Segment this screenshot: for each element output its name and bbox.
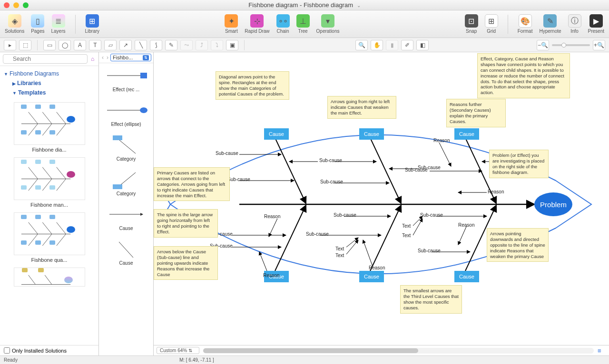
svg-line-35	[275, 138, 306, 203]
format-button[interactable]: 🎨Format	[518, 14, 533, 34]
solutions-button[interactable]: ◈Solutions	[5, 14, 24, 34]
zoom-slider[interactable]	[552, 44, 590, 46]
subcause-label: Sub-cause	[418, 248, 441, 253]
status-bar: Ready M: [ 6.49, -7.11 ]	[0, 355, 609, 364]
solutions-tree: ▼Fishbone Diagrams ▶Libraries ▼Templates	[0, 66, 98, 100]
svg-line-53	[259, 252, 268, 273]
eraser-tool[interactable]: ◧	[416, 40, 429, 50]
tree-libraries[interactable]: ▶Libraries	[4, 78, 95, 88]
cause-box[interactable]: Cause	[454, 271, 479, 282]
shape-item[interactable]: Effect (rec ...	[101, 66, 151, 92]
pages-button[interactable]: ▯Pages	[31, 14, 44, 34]
note: The spine is the large arrow going horiz…	[154, 209, 218, 238]
ellipse-tool[interactable]: ◯	[59, 40, 71, 50]
shapes-back-button[interactable]: ‹	[101, 54, 105, 61]
paint-tool[interactable]: ▮	[386, 40, 398, 50]
rapid-draw-icon: ⊹	[250, 14, 264, 28]
info-button[interactable]: ⓘInfo	[568, 14, 581, 34]
zoom-window-button[interactable]	[23, 2, 29, 8]
line-tool[interactable]: ╲	[135, 40, 147, 50]
cause-box[interactable]: Cause	[359, 128, 384, 140]
cause-box[interactable]: Cause	[454, 128, 479, 140]
chain-button[interactable]: ∘∘Chain	[276, 14, 290, 34]
smart-button[interactable]: ✦Smart	[225, 14, 238, 34]
shape-item[interactable]: Category	[101, 170, 151, 196]
marquee-tool[interactable]: ⬚	[19, 40, 31, 50]
canvas-footer: Custom 64% ⇅ ⊞	[154, 345, 609, 355]
svg-line-36	[370, 138, 401, 203]
connector1-tool[interactable]: ⤳	[180, 40, 193, 50]
template-thumbnails: Fishbone dia... Fishbone man...	[0, 100, 98, 345]
reason-label: Reason	[458, 222, 474, 228]
tree-button[interactable]: ⊥Tree	[296, 14, 310, 34]
connector2-tool[interactable]: ⤴	[196, 40, 208, 50]
snap-button[interactable]: ⊡Snap	[465, 14, 478, 34]
magnify-tool[interactable]: 🔍	[355, 40, 368, 50]
triangle-down-icon: ▼	[4, 72, 8, 77]
reason-label: Reason	[488, 189, 504, 194]
zoom-select[interactable]: Custom 64% ⇅	[157, 347, 199, 354]
tree-fishbone-diagrams[interactable]: ▼Fishbone Diagrams	[4, 69, 95, 78]
close-window-button[interactable]	[4, 2, 10, 8]
stamp-tool[interactable]: ▣	[226, 40, 238, 50]
window-controls	[4, 2, 29, 8]
shape-item[interactable]: Category	[101, 135, 151, 162]
callout-tool[interactable]: ▱	[104, 40, 117, 50]
home-icon[interactable]: ⌂	[89, 56, 96, 62]
connector3-tool[interactable]: ⤵	[211, 40, 223, 50]
template-thumb[interactable]: Fishbone dia...	[4, 102, 95, 153]
pointer-tool[interactable]: ▸	[4, 40, 16, 50]
textbox-tool[interactable]: T	[89, 40, 101, 50]
window-title[interactable]: Fishbone diagram - Fishbone diagram ⌄	[29, 1, 580, 9]
shapes-panel: ‹ › Fishbo...⇅ Effect (rec ... Effect (e…	[99, 52, 154, 355]
library-button[interactable]: ⊞Library	[85, 14, 100, 34]
main-toolbar: ◈Solutions ▯Pages ≣Layers ⊞Library ✦Smar…	[0, 10, 609, 38]
layers-button[interactable]: ≣Layers	[51, 14, 66, 34]
grid-button[interactable]: ⊞Grid	[485, 14, 498, 34]
svg-line-22	[28, 275, 35, 285]
hand-tool[interactable]: ✋	[371, 40, 383, 50]
template-thumb[interactable]	[4, 268, 95, 287]
shape-item[interactable]: Cause	[101, 239, 151, 266]
arrow-tool[interactable]: ↗	[119, 40, 132, 50]
status-mouse-coords: M: [ 6.49, -7.11 ]	[179, 357, 214, 363]
page-nav-icon[interactable]: ⊞	[598, 348, 606, 353]
canvas[interactable]: Problem Cause Cause Cause Cause Cause Ca…	[154, 52, 609, 345]
chevron-down-icon: ⌄	[357, 3, 361, 8]
operations-button[interactable]: ▾Operations	[316, 14, 340, 34]
rapid-draw-button[interactable]: ⊹Rapid Draw	[245, 14, 269, 34]
eyedropper-tool[interactable]: ✐	[401, 40, 413, 50]
template-thumb[interactable]: Fishbone man...	[4, 157, 95, 208]
svg-line-15	[28, 222, 38, 234]
canvas-area: Problem Cause Cause Cause Cause Cause Ca…	[154, 52, 609, 355]
shape-item[interactable]: Cause	[101, 205, 151, 231]
cause-box[interactable]: Cause	[264, 128, 289, 140]
note: Primary Causes are listed on arrows that…	[154, 167, 230, 201]
search-input[interactable]	[3, 54, 88, 64]
zoom-out-button[interactable]: −🔍	[537, 40, 549, 50]
solutions-panel: 🔍 ⌂ ▼Fishbone Diagrams ▶Libraries ▼Templ…	[0, 52, 99, 355]
text-tool[interactable]: A	[74, 40, 86, 50]
horizontal-scrollbar[interactable]	[203, 348, 594, 354]
curve-tool[interactable]: ⟆	[150, 40, 162, 50]
svg-line-8	[28, 167, 38, 179]
pen-tool[interactable]: ✎	[165, 40, 177, 50]
shapes-library-select[interactable]: Fishbo...⇅	[110, 54, 151, 61]
cause-box[interactable]: Cause	[359, 271, 384, 282]
svg-line-54	[269, 219, 277, 237]
reason-label: Reason	[433, 138, 450, 143]
shape-item[interactable]: Effect (ellipse)	[101, 101, 151, 127]
rect-tool[interactable]: ▭	[43, 40, 56, 50]
window-title-text: Fishbone diagram - Fishbone diagram	[248, 1, 353, 9]
snap-icon: ⊡	[465, 14, 478, 28]
zoom-in-button[interactable]: +🔍	[593, 40, 605, 50]
hypernote-button[interactable]: ✎Hypernote	[539, 14, 561, 34]
subcause-label: Sub-cause	[227, 177, 250, 182]
only-installed-checkbox[interactable]	[4, 347, 10, 354]
tree-templates[interactable]: ▼Templates	[4, 88, 95, 97]
minimize-window-button[interactable]	[13, 2, 19, 8]
shapes-forward-button[interactable]: ›	[106, 54, 109, 61]
present-button[interactable]: ▶Present	[588, 14, 604, 34]
template-thumb[interactable]: Fishbone qua...	[4, 212, 95, 263]
problem-shape[interactable]: Problem	[534, 192, 572, 216]
